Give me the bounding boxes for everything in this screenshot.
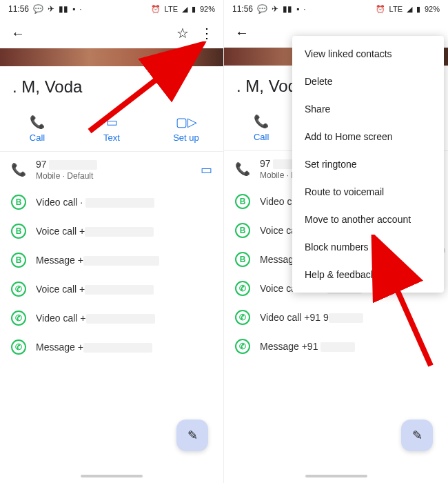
signal-icon: ◢ [407,5,412,14]
setup-action[interactable]: ▢⁠▷Set up [149,109,223,151]
whatsapp-business-icon: B [11,253,26,268]
pause-status-icon: ▮▮ [283,4,292,14]
status-bar: 11:56 💬 ✈ ▮▮ ▪ · ⏰ LTE ◢ ▮ 92% [0,0,223,18]
whatsapp-business-icon: B [235,194,250,209]
screen-left: 11:56 💬 ✈ ▮▮ ▪ · ⏰ LTE ◢ ▮ 92% ☆ ⋮ [0,0,224,483]
battery-icon: ▮ [416,5,420,14]
back-button[interactable] [11,26,25,41]
list-item[interactable]: BMessage + [0,246,223,275]
nav-handle[interactable] [305,475,367,477]
send-status-icon: ✈ [48,4,54,14]
call-action[interactable]: 📞Call [224,108,298,150]
status-bar: 11:56 💬 ✈ ▮▮ ▪ · ⏰ LTE ◢ ▮ 92% [224,0,448,18]
whatsapp-status-icon: 💬 [33,4,43,14]
menu-view-linked[interactable]: View linked contacts [292,40,444,68]
list-item[interactable]: ✆Message + [0,333,223,362]
pause-status-icon: ▮▮ [59,4,68,14]
list-item[interactable]: ✆Voice call + [0,275,223,304]
status-time: 11:56 [232,4,253,14]
menu-help-feedback[interactable]: Help & feedback [292,261,444,288]
text-action[interactable]: ▭Text [74,109,149,151]
call-icon: 📞 [0,115,74,130]
phone-prefix: 97 [36,159,47,170]
menu-move-account[interactable]: Move to another account [292,206,444,233]
list-item[interactable]: ✆Video call + [0,304,223,333]
message-icon[interactable]: ▭ [201,162,212,177]
alarm-icon: ⏰ [151,5,161,14]
contact-photo-banner[interactable] [0,48,223,66]
whatsapp-business-icon: B [235,223,250,238]
menu-set-ringtone[interactable]: Set ringtone [292,150,444,178]
whatsapp-icon: ✆ [235,281,250,296]
more-options-button[interactable]: ⋮ [200,29,212,37]
edit-fab[interactable]: ✎ [401,420,433,451]
whatsapp-status-icon: 💬 [257,4,267,14]
whatsapp-business-icon: B [11,195,26,210]
network-label: LTE [389,5,403,13]
text-icon: ▭ [74,115,149,130]
pencil-icon: ✎ [187,428,198,443]
pencil-icon: ✎ [412,428,422,443]
whatsapp-icon: ✆ [235,310,250,325]
list-item[interactable]: ✆Message +91 [224,332,448,361]
message-status-icon: ▪ [72,4,75,14]
phone-icon: 📞 [235,161,250,177]
menu-route-voicemail[interactable]: Route to voicemail [292,178,444,206]
edit-fab[interactable]: ✎ [176,420,208,451]
list-item[interactable]: ✆Video call +91 9 [224,303,448,332]
whatsapp-icon: ✆ [11,282,26,297]
video-icon: ▢⁠▷ [149,115,223,130]
screen-right: 11:56 💬 ✈ ▮▮ ▪ · ⏰ LTE ◢ ▮ 92% . M, Voda… [224,0,448,483]
phone-prefix: 97 [260,158,271,169]
whatsapp-icon: ✆ [11,339,26,355]
send-status-icon: ✈ [272,4,278,14]
top-bar: ☆ ⋮ [0,18,223,48]
battery-label: 92% [200,5,215,13]
list-item[interactable]: BVideo call · [0,188,223,217]
network-label: LTE [165,5,178,13]
status-time: 11:56 [8,4,29,14]
list-item[interactable]: BVoice call + [0,217,223,246]
overflow-menu: View linked contacts Delete Share Add to… [292,36,444,293]
whatsapp-business-icon: B [235,252,250,267]
favorite-button[interactable]: ☆ [176,25,189,41]
menu-add-home[interactable]: Add to Home screen [292,123,444,150]
signal-icon: ◢ [182,5,187,14]
whatsapp-icon: ✆ [235,339,250,354]
phone-entry[interactable]: 📞 97 Mobile · Default ▭ [0,152,223,188]
call-action[interactable]: 📞Call [0,109,74,151]
message-status-icon: ▪ [296,4,299,14]
phone-icon: 📞 [11,162,26,177]
menu-block-numbers[interactable]: Block numbers [292,233,444,261]
phone-meta: Mobile · Default [36,171,191,181]
nav-handle[interactable] [81,475,143,477]
call-icon: 📞 [224,114,298,129]
menu-delete[interactable]: Delete [292,68,444,95]
contact-name: . M, Voda [0,66,223,109]
battery-icon: ▮ [192,5,196,14]
whatsapp-business-icon: B [11,224,26,239]
menu-share[interactable]: Share [292,95,444,123]
action-row: 📞Call ▭Text ▢⁠▷Set up [0,109,223,152]
alarm-icon: ⏰ [376,5,385,14]
battery-label: 92% [425,5,440,13]
whatsapp-icon: ✆ [11,310,26,326]
back-button[interactable] [235,25,249,41]
